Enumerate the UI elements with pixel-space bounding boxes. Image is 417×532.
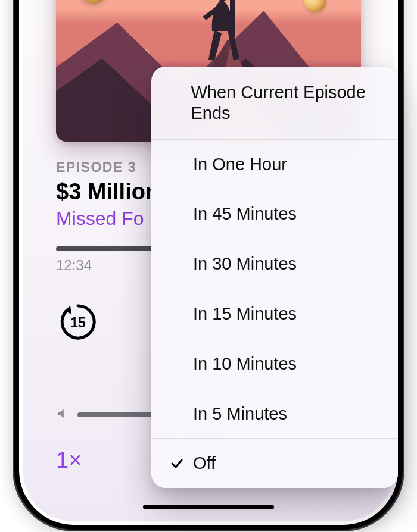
sleep-timer-option[interactable]: In 10 Minutes: [151, 339, 398, 389]
sleep-timer-option-off[interactable]: Off: [151, 439, 398, 488]
menu-item-label: When Current Episode Ends: [191, 82, 380, 124]
menu-item-label: In 10 Minutes: [193, 353, 297, 374]
person-flag-illustration: [198, 0, 269, 73]
sleep-timer-option[interactable]: In 30 Minutes: [151, 239, 398, 289]
sleep-timer-option[interactable]: When Current Episode Ends: [151, 67, 398, 140]
sleep-timer-option[interactable]: In One Hour: [151, 140, 398, 190]
sleep-timer-option[interactable]: In 45 Minutes: [151, 189, 398, 239]
sleep-timer-menu: When Current Episode Ends In One Hour In…: [151, 67, 398, 488]
menu-item-label: In 45 Minutes: [193, 204, 297, 224]
checkmark-icon: [169, 456, 185, 471]
menu-item-label: Off: [193, 453, 216, 474]
sleep-timer-option[interactable]: In 5 Minutes: [151, 389, 398, 439]
sleep-timer-option[interactable]: In 15 Minutes: [151, 289, 398, 339]
skip-back-15-button[interactable]: 15: [56, 300, 100, 344]
menu-item-label: In 15 Minutes: [193, 303, 297, 324]
playback-speed-button[interactable]: 1×: [56, 447, 82, 473]
home-indicator[interactable]: [143, 505, 274, 509]
menu-item-label: In One Hour: [193, 154, 287, 175]
svg-text:15: 15: [70, 315, 86, 330]
menu-item-label: In 30 Minutes: [193, 254, 297, 274]
menu-item-label: In 5 Minutes: [193, 403, 287, 424]
volume-low-icon: [56, 407, 69, 423]
